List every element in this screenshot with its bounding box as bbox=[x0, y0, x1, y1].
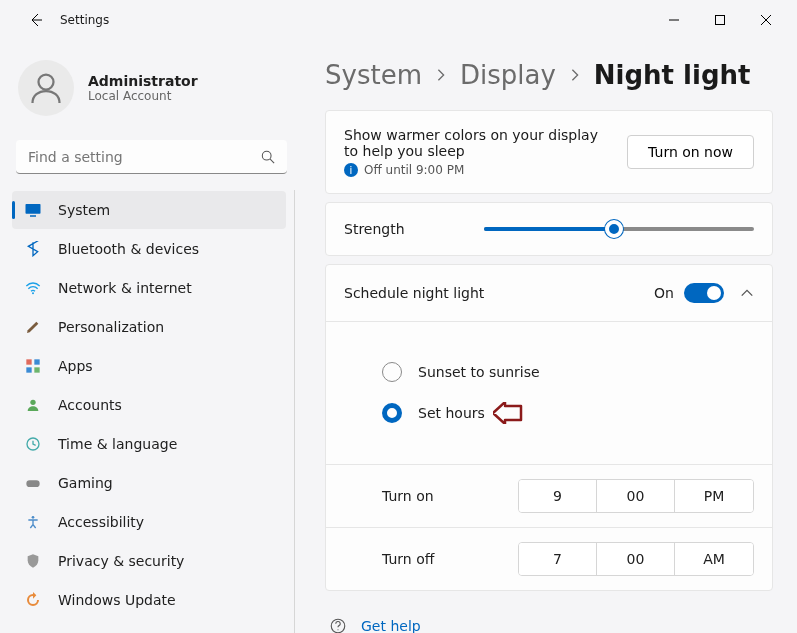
svg-rect-9 bbox=[34, 367, 39, 372]
sidebar-item-bluetooth[interactable]: Bluetooth & devices bbox=[12, 230, 286, 268]
info-text: Show warmer colors on your display to he… bbox=[344, 127, 604, 159]
system-icon bbox=[24, 201, 42, 219]
turn-on-hour[interactable]: 9 bbox=[519, 480, 597, 512]
search-input[interactable] bbox=[16, 140, 287, 174]
chevron-right-icon bbox=[568, 68, 582, 82]
radio-sethours-row[interactable]: Set hours bbox=[382, 402, 752, 424]
sidebar-item-privacy[interactable]: Privacy & security bbox=[12, 542, 286, 580]
sidebar-item-system[interactable]: System bbox=[12, 191, 286, 229]
turn-off-row: Turn off 7 00 AM bbox=[326, 527, 772, 590]
turn-on-row: Turn on 9 00 PM bbox=[326, 464, 772, 527]
sidebar-item-network[interactable]: Network & internet bbox=[12, 269, 286, 307]
radio-sunset[interactable] bbox=[382, 362, 402, 382]
sidebar-item-label: Privacy & security bbox=[58, 553, 184, 569]
sidebar-item-label: Accounts bbox=[58, 397, 122, 413]
svg-rect-0 bbox=[716, 16, 725, 25]
user-sub: Local Account bbox=[88, 89, 198, 103]
accounts-icon bbox=[24, 396, 42, 414]
sidebar-item-label: Bluetooth & devices bbox=[58, 241, 199, 257]
sidebar-item-label: Windows Update bbox=[58, 592, 176, 608]
chevron-up-icon[interactable] bbox=[740, 286, 754, 300]
get-help-link[interactable]: Get help bbox=[325, 617, 773, 633]
slider-fill bbox=[484, 227, 614, 231]
info-icon: i bbox=[344, 163, 358, 177]
breadcrumb-system[interactable]: System bbox=[325, 60, 422, 90]
user-name: Administrator bbox=[88, 73, 198, 89]
help-label: Get help bbox=[361, 618, 421, 633]
sidebar-item-update[interactable]: Windows Update bbox=[12, 581, 286, 619]
turn-off-period[interactable]: AM bbox=[675, 543, 753, 575]
schedule-card: Schedule night light On Sunset to sunris… bbox=[325, 264, 773, 591]
maximize-button[interactable] bbox=[697, 0, 743, 40]
privacy-icon bbox=[24, 552, 42, 570]
sidebar-item-label: Time & language bbox=[58, 436, 177, 452]
svg-point-5 bbox=[32, 292, 34, 294]
svg-rect-8 bbox=[26, 367, 31, 372]
svg-point-15 bbox=[337, 629, 338, 630]
turn-on-now-button[interactable]: Turn on now bbox=[627, 135, 754, 169]
sidebar-item-label: Apps bbox=[58, 358, 93, 374]
sidebar-item-label: Gaming bbox=[58, 475, 113, 491]
network-icon bbox=[24, 279, 42, 297]
help-icon bbox=[329, 617, 347, 633]
turn-on-label: Turn on bbox=[382, 488, 518, 504]
svg-rect-12 bbox=[26, 480, 39, 487]
slider-thumb[interactable] bbox=[605, 220, 623, 238]
time-icon bbox=[24, 435, 42, 453]
page-title: Night light bbox=[594, 60, 751, 90]
sidebar-item-accessibility[interactable]: Accessibility bbox=[12, 503, 286, 541]
titlebar: Settings bbox=[0, 0, 797, 40]
turn-off-hour[interactable]: 7 bbox=[519, 543, 597, 575]
strength-label: Strength bbox=[344, 221, 484, 237]
sidebar: Administrator Local Account SystemBlueto… bbox=[0, 40, 295, 633]
sidebar-item-personalization[interactable]: Personalization bbox=[12, 308, 286, 346]
radio-sunset-row[interactable]: Sunset to sunrise bbox=[382, 362, 752, 382]
close-button[interactable] bbox=[743, 0, 789, 40]
accessibility-icon bbox=[24, 513, 42, 531]
turn-on-period[interactable]: PM bbox=[675, 480, 753, 512]
bluetooth-icon bbox=[24, 240, 42, 258]
strength-card: Strength bbox=[325, 202, 773, 256]
info-card: Show warmer colors on your display to he… bbox=[325, 110, 773, 194]
svg-point-13 bbox=[32, 516, 35, 519]
search-icon bbox=[261, 150, 275, 164]
update-icon bbox=[24, 591, 42, 609]
svg-point-2 bbox=[262, 151, 271, 160]
sidebar-item-label: Accessibility bbox=[58, 514, 144, 530]
radio-sunset-label: Sunset to sunrise bbox=[418, 364, 540, 380]
breadcrumb-display[interactable]: Display bbox=[460, 60, 556, 90]
sidebar-item-gaming[interactable]: Gaming bbox=[12, 464, 286, 502]
svg-point-1 bbox=[39, 75, 54, 90]
turn-off-minute[interactable]: 00 bbox=[597, 543, 675, 575]
person-icon bbox=[28, 70, 64, 106]
gaming-icon bbox=[24, 474, 42, 492]
sidebar-item-label: Personalization bbox=[58, 319, 164, 335]
annotation-arrow-icon bbox=[493, 402, 523, 424]
nav-list: SystemBluetooth & devicesNetwork & inter… bbox=[12, 190, 295, 633]
sidebar-item-accounts[interactable]: Accounts bbox=[12, 386, 286, 424]
breadcrumb: System Display Night light bbox=[325, 60, 773, 90]
turn-on-minute[interactable]: 00 bbox=[597, 480, 675, 512]
schedule-label: Schedule night light bbox=[344, 285, 654, 301]
svg-rect-3 bbox=[26, 204, 41, 214]
window-controls bbox=[651, 0, 789, 40]
app-title: Settings bbox=[60, 13, 109, 27]
schedule-toggle[interactable] bbox=[684, 283, 724, 303]
radio-sethours[interactable] bbox=[382, 403, 402, 423]
sidebar-item-apps[interactable]: Apps bbox=[12, 347, 286, 385]
sidebar-item-time[interactable]: Time & language bbox=[12, 425, 286, 463]
strength-slider[interactable] bbox=[484, 221, 754, 237]
arrow-left-icon bbox=[28, 12, 44, 28]
radio-sethours-label: Set hours bbox=[418, 405, 485, 421]
user-block[interactable]: Administrator Local Account bbox=[12, 48, 295, 136]
back-button[interactable] bbox=[20, 4, 52, 36]
avatar bbox=[18, 60, 74, 116]
sidebar-item-label: Network & internet bbox=[58, 280, 192, 296]
sidebar-item-label: System bbox=[58, 202, 110, 218]
minimize-icon bbox=[669, 15, 679, 25]
minimize-button[interactable] bbox=[651, 0, 697, 40]
apps-icon bbox=[24, 357, 42, 375]
turn-off-label: Turn off bbox=[382, 551, 518, 567]
personalization-icon bbox=[24, 318, 42, 336]
svg-rect-4 bbox=[30, 215, 36, 217]
